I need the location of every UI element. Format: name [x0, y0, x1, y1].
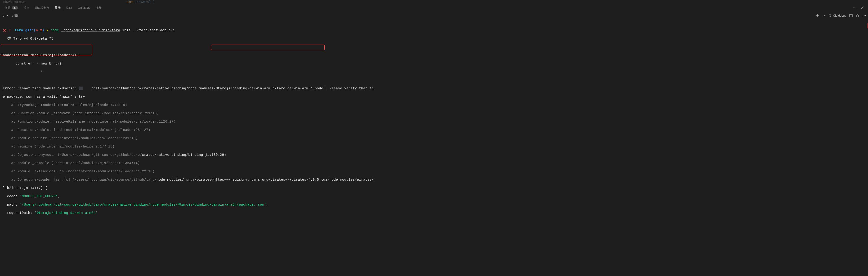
tab-debug-console[interactable]: 调试控制台	[32, 4, 52, 11]
svg-point-0	[853, 7, 854, 8]
error-message: Error: Cannot find module '/Users/ru /gi…	[3, 87, 865, 91]
tab-label: 问题	[5, 6, 10, 10]
alien-icon: 👽	[7, 37, 11, 40]
launch-profile-label: CLI debug	[833, 14, 846, 17]
tab-comments[interactable]: 注释	[93, 4, 104, 11]
split-terminal-icon[interactable]	[849, 14, 853, 18]
launch-profile-button[interactable]: CLI debug	[828, 14, 846, 18]
code-fragment: when [answers] {	[127, 0, 154, 4]
error-status-icon: ⨂	[3, 28, 6, 32]
tab-label: GITLENS	[78, 6, 90, 9]
error-message: e package.json has a valid "main" entry	[3, 95, 865, 99]
timeline-label: 时间线	[3, 0, 12, 4]
panel-actions	[853, 6, 866, 10]
error-code: code: 'MODULE_NOT_FOUND',	[3, 194, 865, 199]
error-request-path: requestPath: '@tarojs/binding-darwin-arm…	[3, 211, 865, 215]
problems-count-badge: 39	[12, 6, 18, 9]
stack-line: lib/index.js:141:7) {	[3, 186, 865, 190]
terminal-header: 终端 CLI debug	[0, 12, 868, 19]
launch-profile-chevron-icon[interactable]	[822, 14, 825, 17]
error-path: path: '/Users/ruochuan/git-source/github…	[3, 203, 865, 207]
panel-tab-bar: 问题 39 输出 调试控制台 终端 端口 GITLENS 注释	[0, 4, 868, 12]
stack-line: at require (node:internal/modules/helper…	[3, 145, 865, 149]
tab-label: 注释	[96, 6, 101, 10]
tab-problems[interactable]: 问题 39	[2, 4, 21, 11]
scrollbar-error-marker	[867, 23, 868, 28]
svg-point-17	[863, 16, 864, 16]
error-line: const err = new Error(	[3, 62, 865, 66]
stack-line: at Module.require (node:internal/modules…	[3, 136, 865, 141]
terminal-title: 终端	[11, 14, 18, 18]
more-terminal-actions-icon[interactable]	[862, 14, 866, 18]
stack-line: at tryPackage (node:internal/modules/cjs…	[3, 103, 865, 107]
tab-output[interactable]: 输出	[21, 4, 32, 11]
tab-gitlens[interactable]: GITLENS	[75, 5, 93, 11]
tab-ports[interactable]: 端口	[63, 4, 75, 11]
stack-line: at Object.newLoader [as .js] (/Users/ruo…	[3, 178, 865, 182]
new-terminal-icon[interactable]	[816, 14, 819, 18]
tab-label: 终端	[55, 6, 61, 10]
stack-line: at Function.Module._findPath (node:inter…	[3, 111, 865, 116]
chevron-right-icon[interactable]	[2, 14, 5, 17]
svg-point-2	[856, 7, 857, 8]
bug-icon	[828, 14, 832, 18]
tab-terminal[interactable]: 终端	[52, 4, 63, 11]
error-line: node:internal/modules/cjs/loader:443	[3, 53, 865, 58]
editor-tab-strip: 时间线 project.ts when [answers] {	[0, 0, 868, 4]
terminal-output[interactable]: ⨂ ➜ taro git:(4.x) ✗ node ./packages/tar…	[0, 19, 868, 230]
svg-point-1	[855, 7, 855, 8]
close-panel-icon[interactable]	[861, 6, 864, 10]
stack-line: at Function.Module._load (node:internal/…	[3, 128, 865, 132]
svg-point-19	[865, 16, 866, 16]
project-file-label: project.ts	[14, 0, 25, 4]
svg-point-18	[864, 16, 865, 16]
tab-label: 调试控制台	[35, 6, 49, 10]
stack-line: at Module._compile (node:internal/module…	[3, 161, 865, 166]
chevron-down-icon[interactable]	[7, 14, 10, 17]
stack-line: at Object.<anonymous> (/Users/ruochuan/g…	[3, 153, 865, 157]
tab-label: 端口	[66, 6, 72, 10]
stack-line: at Function.Module._resolveFilename (nod…	[3, 120, 865, 124]
tab-label: 输出	[24, 6, 29, 10]
stack-line: at Module._extensions..js (node:internal…	[3, 169, 865, 174]
more-actions-icon[interactable]	[853, 6, 857, 10]
error-line: ^	[3, 70, 865, 74]
kill-terminal-icon[interactable]	[856, 14, 860, 18]
